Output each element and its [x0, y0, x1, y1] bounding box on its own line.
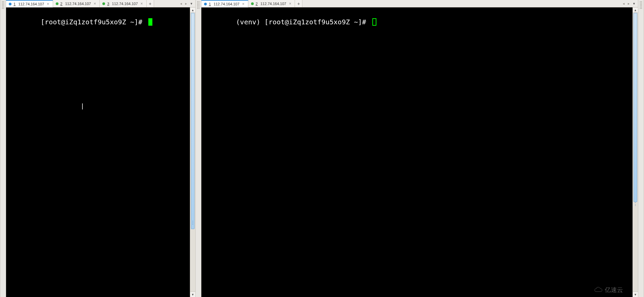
svg-rect-29 [641, 4, 642, 5]
tab-nav-next-icon[interactable]: ► [184, 2, 188, 5]
tabbar-nav-right: ◄ ► ▼ [620, 0, 638, 7]
tab-label: 112.74.164.107 [112, 2, 138, 6]
svg-rect-23 [199, 8, 199, 9]
tab-right-1[interactable]: 1 112.74.164.107 × [201, 0, 248, 7]
prompt-right: (venv) [root@iZq1zotf9u5xo9Z ~]# [236, 18, 370, 26]
svg-rect-17 [199, 4, 199, 5]
dock-grip-icon [1, 1, 5, 11]
tab-index: 3 [107, 2, 109, 6]
svg-rect-4 [2, 4, 3, 5]
svg-rect-9 [3, 7, 4, 7]
terminal-row-right: (venv) [root@iZq1zotf9u5xo9Z ~]# 亿速云 ▲ [201, 7, 638, 297]
pane-right: 1 112.74.164.107 × 2 112.74.164.107 × + … [201, 0, 638, 297]
tab-left-3[interactable]: 3 112.74.164.107 × [100, 0, 147, 7]
svg-rect-35 [641, 8, 642, 9]
svg-rect-5 [3, 4, 4, 5]
svg-rect-26 [640, 3, 641, 3]
status-dot-icon [251, 2, 254, 5]
pane-left: 1 112.74.164.107 × 2 112.74.164.107 × 3 … [6, 0, 195, 297]
close-icon[interactable]: × [46, 2, 50, 6]
tab-nav-prev-icon[interactable]: ◄ [621, 2, 626, 5]
svg-rect-34 [640, 8, 641, 9]
svg-rect-33 [641, 7, 642, 7]
add-tab-button[interactable]: + [147, 0, 154, 7]
scroll-up-icon[interactable]: ▲ [633, 7, 638, 13]
tabs-left: 1 112.74.164.107 × 2 112.74.164.107 × 3 … [6, 0, 154, 7]
prompt-left: [root@iZq1zotf9u5xo9Z ~]# [41, 18, 146, 26]
status-dot-icon [204, 3, 207, 5]
svg-rect-21 [199, 7, 199, 7]
scroll-grip-icon [192, 221, 193, 224]
tabbar-nav-left: ◄ ► ▼ [177, 0, 195, 7]
svg-rect-2 [2, 3, 3, 3]
svg-rect-20 [197, 7, 198, 7]
tab-label: 112.74.164.107 [214, 2, 239, 6]
close-icon[interactable]: × [93, 1, 97, 6]
svg-rect-0 [2, 1, 3, 2]
svg-rect-12 [197, 1, 198, 2]
tab-left-2[interactable]: 2 112.74.164.107 × [53, 0, 100, 7]
scroll-thumb[interactable] [191, 13, 195, 229]
scroll-thumb[interactable] [634, 13, 637, 202]
svg-rect-7 [3, 5, 4, 6]
tabbar-left: 1 112.74.164.107 × 2 112.74.164.107 × 3 … [6, 0, 195, 7]
tab-list-dropdown-icon[interactable]: ▼ [189, 2, 194, 5]
scrollbar-left[interactable]: ▲ ▼ [190, 7, 195, 297]
status-dot-icon [9, 3, 11, 5]
tab-list-dropdown-icon[interactable]: ▼ [631, 2, 637, 5]
dock-handle-right[interactable] [638, 0, 644, 297]
svg-rect-18 [197, 5, 198, 6]
tab-index: 1 [209, 2, 211, 6]
tab-right-2[interactable]: 2 112.74.164.107 × [248, 0, 295, 7]
watermark-text: 亿速云 [605, 286, 623, 294]
svg-rect-19 [199, 5, 199, 6]
svg-rect-32 [640, 7, 641, 7]
tab-label: 112.74.164.107 [261, 2, 286, 6]
scroll-grip-icon [635, 202, 636, 206]
svg-rect-28 [640, 4, 641, 5]
tabs-right: 1 112.74.164.107 × 2 112.74.164.107 × + [201, 0, 302, 7]
dock-grip-icon [639, 1, 643, 11]
tab-left-1[interactable]: 1 112.74.164.107 × [6, 0, 53, 7]
text-cursor-ibeam [82, 103, 83, 109]
scroll-up-icon[interactable]: ▲ [190, 7, 195, 13]
tab-nav-prev-icon[interactable]: ◄ [179, 2, 183, 5]
svg-rect-1 [3, 1, 4, 2]
svg-rect-27 [641, 3, 642, 3]
dock-grip-icon [197, 1, 200, 11]
splitter-handle[interactable] [195, 0, 201, 297]
scrollbar-right[interactable]: ▲ ▼ [633, 7, 638, 297]
svg-rect-8 [2, 7, 3, 7]
svg-rect-11 [3, 8, 4, 9]
svg-rect-6 [2, 5, 3, 6]
scroll-down-icon[interactable]: ▼ [190, 292, 195, 297]
svg-rect-30 [640, 5, 641, 6]
svg-rect-16 [197, 4, 198, 5]
close-icon[interactable]: × [242, 2, 245, 6]
svg-rect-13 [199, 1, 199, 2]
terminal-left[interactable]: [root@iZq1zotf9u5xo9Z ~]# [6, 7, 190, 297]
scroll-down-icon[interactable]: ▼ [633, 292, 638, 297]
tab-label: 112.74.164.107 [18, 2, 44, 6]
close-icon[interactable]: × [140, 1, 144, 6]
dock-handle-left[interactable] [0, 0, 6, 297]
status-dot-icon [102, 2, 105, 5]
svg-rect-3 [3, 3, 4, 3]
cloud-icon [594, 287, 603, 293]
tabbar-right: 1 112.74.164.107 × 2 112.74.164.107 × + … [201, 0, 638, 7]
svg-rect-31 [641, 5, 642, 6]
terminal-row-left: [root@iZq1zotf9u5xo9Z ~]# ▲ ▼ [6, 7, 195, 297]
close-icon[interactable]: × [288, 1, 292, 6]
terminal-right[interactable]: (venv) [root@iZq1zotf9u5xo9Z ~]# 亿速云 [201, 7, 633, 297]
tab-index: 2 [256, 2, 258, 6]
tab-index: 1 [14, 2, 16, 6]
scroll-track[interactable] [190, 13, 195, 292]
cursor-block-icon [148, 18, 152, 26]
status-dot-icon [56, 2, 58, 5]
scroll-track[interactable] [633, 13, 638, 292]
tab-label: 112.74.164.107 [65, 2, 91, 6]
tab-nav-next-icon[interactable]: ► [626, 2, 631, 5]
add-tab-button[interactable]: + [295, 0, 302, 7]
svg-rect-24 [640, 1, 641, 2]
watermark: 亿速云 [594, 286, 623, 294]
